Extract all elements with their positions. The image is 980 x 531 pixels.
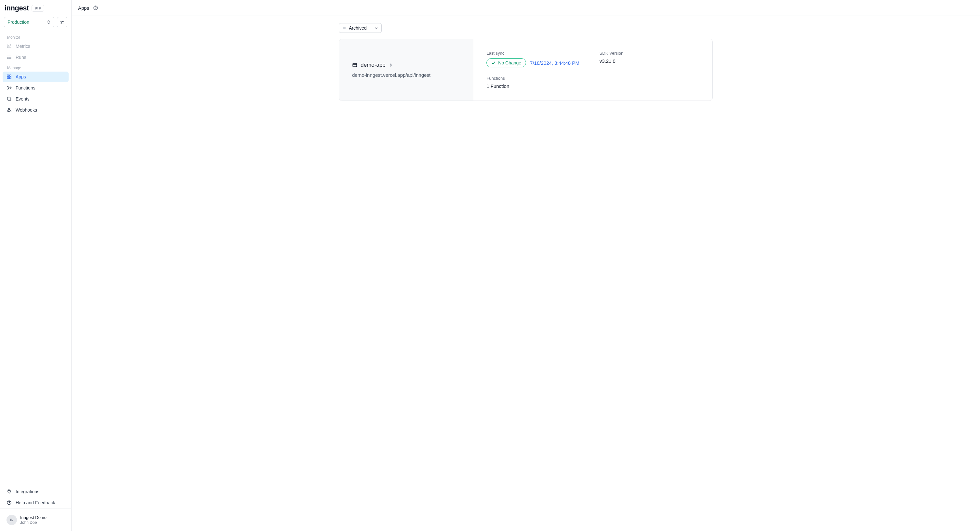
nav-item-apps[interactable]: Apps [3,72,68,82]
environment-selected-label: Production [8,19,29,25]
svg-rect-4 [7,77,9,79]
nav-section-monitor: Monitor [3,32,68,41]
environment-select[interactable]: Production [4,17,54,27]
svg-point-0 [62,21,64,22]
nav-item-label: Events [16,96,30,102]
field-functions: Functions 1 Function [487,76,586,89]
window-icon [352,62,357,68]
command-palette-button[interactable]: ⌘ K [32,5,44,12]
user-org: Inngest Demo [20,515,46,520]
nav-item-help[interactable]: Help and Feedback [3,498,68,508]
sync-status-text: No Change [498,60,521,65]
nav-section-manage: Manage [3,63,68,72]
environment-settings-button[interactable] [57,17,67,27]
chevron-right-icon [389,63,393,67]
svg-rect-3 [10,75,11,77]
field-sdk-version: SDK Version v3.21.0 [600,51,699,67]
app-card-summary: demo-app demo-inngest.vercel.app/api/inn… [339,39,473,100]
header: Apps [72,0,980,16]
nav-item-label: Metrics [16,44,30,49]
chart-line-icon [6,44,12,49]
nav-item-label: Help and Feedback [16,500,55,505]
content: Archived demo-app [72,16,980,531]
field-empty [600,76,699,89]
app-name: demo-app [361,62,386,69]
nav-item-functions[interactable]: Functions [3,83,68,93]
user-menu[interactable]: IN Inngest Demo John Doe [3,512,68,528]
sync-time-link[interactable]: 7/18/2024, 3:44:48 PM [530,60,579,66]
nav-item-label: Functions [16,85,35,91]
grid-icon [6,74,12,80]
nav-item-integrations[interactable]: Integrations [3,486,68,497]
environment-row: Production [0,14,71,31]
field-label: Functions [487,76,586,81]
help-icon [6,500,12,505]
sdk-version-value: v3.21.0 [600,58,699,64]
filter-row: Archived [339,23,713,33]
app-card-details: Last sync No Change 7/18/2024, 3:44:48 P… [473,39,713,100]
svg-rect-12 [353,64,357,67]
functions-value: 1 Function [487,83,586,89]
status-filter-label: Archived [349,26,366,30]
flow-icon [6,85,12,91]
app-url: demo-inngest.vercel.app/api/inngest [352,72,460,78]
sidebar: inngest ⌘ K Production Monitor [0,0,72,531]
app-name-link[interactable]: demo-app [352,62,460,69]
status-dot-icon [343,27,346,29]
help-icon[interactable] [93,5,98,10]
status-filter-dropdown[interactable]: Archived [339,23,382,33]
nav-bottom: Integrations Help and Feedback [0,485,71,509]
field-last-sync: Last sync No Change 7/18/2024, 3:44:48 P… [487,51,586,67]
nav-item-webhooks[interactable]: Webhooks [3,105,68,115]
nav-item-label: Webhooks [16,107,37,113]
svg-rect-5 [10,77,11,79]
sync-status-badge: No Change [487,58,526,67]
main: Apps Archived [72,0,980,531]
page-title: Apps [78,5,89,11]
chevron-up-down-icon [47,20,51,24]
nav-item-label: Apps [16,74,26,80]
sidebar-footer: IN Inngest Demo John Doe [0,509,71,531]
user-name: John Doe [20,520,46,525]
nav: Monitor Metrics Runs Manage Apps [0,31,71,485]
user-meta: Inngest Demo John Doe [20,515,46,525]
sliders-icon [60,20,64,24]
field-label: Last sync [487,51,586,56]
brand-logo: inngest [5,4,29,12]
svg-rect-6 [8,97,10,100]
field-label: SDK Version [600,51,699,56]
plug-icon [6,489,12,494]
sidebar-header: inngest ⌘ K [0,0,71,14]
nav-item-runs[interactable]: Runs [3,52,68,62]
list-icon [6,55,12,60]
nav-item-events[interactable]: Events [3,94,68,104]
nav-item-label: Runs [16,55,26,60]
svg-rect-2 [7,75,9,77]
webhook-icon [6,107,12,113]
chevron-down-icon [374,26,378,30]
nav-item-label: Integrations [16,489,39,494]
avatar: IN [6,515,17,525]
svg-point-1 [61,22,62,24]
check-icon [491,61,496,65]
layers-icon [6,96,12,102]
nav-item-metrics[interactable]: Metrics [3,41,68,51]
app-card: demo-app demo-inngest.vercel.app/api/inn… [339,39,713,101]
